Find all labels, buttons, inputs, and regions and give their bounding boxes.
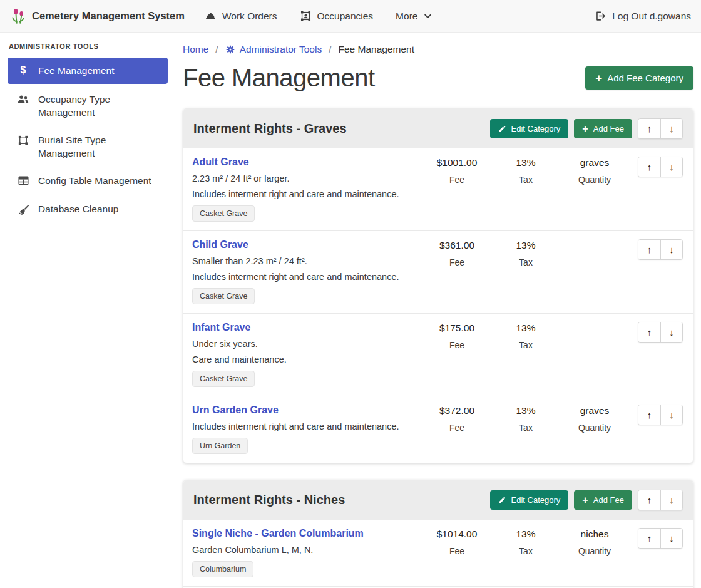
breadcrumb-current: Fee Management [339, 44, 415, 55]
fee-row: Adult Grave 2.23 m² / 24 ft² or larger. … [183, 148, 693, 230]
add-fee-button[interactable]: + Add Fee [574, 119, 632, 138]
dollar-icon: $ [16, 65, 30, 75]
nav-more[interactable]: More [396, 11, 432, 22]
plus-icon: + [582, 496, 588, 504]
breadcrumb-admin-tools-link[interactable]: Administrator Tools [225, 44, 322, 55]
tax-column: 13% Tax [494, 528, 558, 556]
quantity-column: graves Quantity [558, 405, 632, 433]
move-up-button[interactable]: ↑ [638, 157, 660, 177]
move-up-button[interactable]: ↑ [638, 322, 660, 342]
fee-row: Infant Grave Under six years. Care and m… [183, 313, 693, 396]
fee-amount-column: $1014.00 Fee [420, 528, 494, 556]
brand-title: Cemetery Management System [32, 10, 185, 22]
title-row: Fee Management + Add Fee Category [183, 64, 693, 92]
tax-column: 13% Tax [494, 322, 558, 350]
category-title: Interment Rights - Niches [193, 493, 345, 507]
logout-icon [595, 10, 606, 22]
fee-description: Smaller than 2.23 m² / 24 ft². [192, 256, 420, 266]
tax-label: Tax [494, 257, 558, 267]
fee-reorder-controls: ↑ ↓ [638, 239, 683, 260]
fee-description: Under six years. [192, 339, 420, 349]
occupancy-frame-icon [300, 10, 312, 22]
add-fee-label: Add Fee [593, 495, 624, 505]
add-fee-button[interactable]: + Add Fee [574, 490, 632, 510]
move-down-button[interactable]: ↓ [660, 119, 682, 138]
move-up-button[interactable]: ↑ [638, 490, 660, 510]
quantity-label: Quantity [558, 546, 632, 556]
fee-amount-column: $1001.00 Fee [420, 157, 494, 185]
breadcrumb: Home / Administrator Tools / Fee Manag [183, 44, 693, 55]
fee-name-link[interactable]: Urn Garden Grave [192, 405, 279, 416]
move-down-button[interactable]: ↓ [660, 157, 682, 177]
fee-reorder-controls: ↑ ↓ [638, 157, 683, 177]
gear-icon [225, 44, 235, 54]
tax-value: 13% [494, 529, 558, 540]
move-down-button[interactable]: ↓ [660, 322, 682, 342]
category-actions: Edit Category + Add Fee ↑ ↓ [490, 490, 683, 510]
quantity-value: niches [558, 529, 632, 540]
hard-hat-icon [205, 10, 217, 22]
fee-amount-label: Fee [420, 175, 494, 185]
quantity-label: Quantity [558, 423, 632, 433]
add-fee-label: Add Fee [593, 124, 624, 133]
nav-work-orders[interactable]: Work Orders [205, 10, 277, 22]
sidebar-item-database-cleanup[interactable]: Database Cleanup [8, 197, 168, 221]
sidebar-item-burial-site-type-management[interactable]: Burial Site Type Management [8, 128, 168, 165]
quantity-value: graves [558, 157, 632, 168]
tulip-logo-icon [10, 8, 26, 24]
move-down-button[interactable]: ↓ [660, 240, 682, 259]
fee-reorder-controls: ↑ ↓ [638, 405, 683, 425]
move-up-button[interactable]: ↑ [638, 240, 660, 259]
move-up-button[interactable]: ↑ [638, 119, 660, 138]
category-title: Interment Rights - Graves [193, 121, 347, 136]
fee-amount-label: Fee [420, 257, 494, 267]
move-down-button[interactable]: ↓ [660, 490, 682, 510]
sidebar-item-label: Burial Site Type Management [38, 134, 159, 160]
move-down-button[interactable]: ↓ [660, 405, 682, 425]
fee-description: Care and maintenance. [192, 354, 420, 364]
add-fee-category-label: Add Fee Category [607, 73, 683, 83]
page-layout: ADMINISTRATOR TOOLS $ Fee Management Occ… [0, 33, 701, 588]
sidebar-item-config-table-management[interactable]: Config Table Management [8, 169, 168, 193]
breadcrumb-home-link[interactable]: Home [183, 44, 208, 55]
fee-main: Adult Grave 2.23 m² / 24 ft² or larger. … [192, 157, 420, 222]
fee-name-link[interactable]: Infant Grave [192, 322, 250, 333]
nav-logout[interactable]: Log Out d.gowans [595, 10, 691, 22]
fee-name-link[interactable]: Adult Grave [192, 157, 249, 168]
quantity-value: graves [558, 405, 632, 416]
pencil-icon [498, 496, 506, 504]
fee-name-link[interactable]: Single Niche - Garden Columbarium [192, 528, 364, 539]
breadcrumb-admin-tools-label: Administrator Tools [240, 44, 322, 55]
quantity-label: Quantity [558, 175, 632, 185]
add-fee-category-button[interactable]: + Add Fee Category [585, 66, 693, 90]
fee-row: Single Niche - Garden Columbarium Garden… [183, 520, 693, 586]
category-header: Interment Rights - Niches Edit Category … [183, 480, 693, 520]
move-down-button[interactable]: ↓ [660, 529, 682, 548]
category-reorder-controls: ↑ ↓ [638, 490, 683, 510]
brand-link[interactable]: Cemetery Management System [10, 8, 185, 24]
tax-value: 13% [494, 322, 558, 334]
fee-amount: $361.00 [420, 240, 494, 251]
fee-amount: $1014.00 [420, 529, 494, 540]
tax-label: Tax [494, 546, 558, 556]
top-navbar: Cemetery Management System Work Orders [0, 0, 701, 33]
fee-description: 2.23 m² / 24 ft² or larger. [192, 173, 420, 183]
page-title: Fee Management [183, 64, 375, 92]
fee-name-link[interactable]: Child Grave [192, 239, 248, 250]
sidebar-item-label: Occupancy Type Management [38, 93, 159, 119]
fee-amount-column: $372.00 Fee [420, 405, 494, 433]
tax-column: 13% Tax [494, 405, 558, 433]
nav-occupancies[interactable]: Occupancies [300, 10, 374, 22]
nav-work-orders-label: Work Orders [222, 11, 277, 22]
move-up-button[interactable]: ↑ [638, 405, 660, 425]
sidebar-item-fee-management[interactable]: $ Fee Management [8, 58, 168, 84]
fee-reorder-controls: ↑ ↓ [638, 528, 683, 549]
fee-description: Includes interment right and care and ma… [192, 189, 420, 199]
edit-category-button[interactable]: Edit Category [490, 490, 569, 510]
sidebar-item-occupancy-type-management[interactable]: Occupancy Type Management [8, 88, 168, 125]
edit-category-button[interactable]: Edit Category [490, 119, 569, 138]
move-up-button[interactable]: ↑ [638, 529, 660, 548]
tax-label: Tax [494, 175, 558, 185]
fee-description: Includes interment right and care and ma… [192, 272, 420, 282]
fee-tag: Casket Grave [192, 371, 255, 387]
